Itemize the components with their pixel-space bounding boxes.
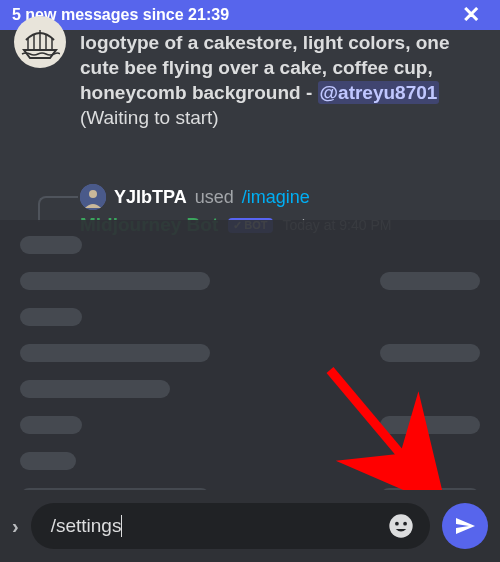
message-composer: › /settings xyxy=(0,490,500,562)
boat-icon xyxy=(20,22,60,62)
emoji-icon[interactable] xyxy=(386,511,416,541)
autocomplete-item[interactable] xyxy=(0,230,500,260)
status-text: (Waiting to start) xyxy=(80,107,486,129)
reply-connector xyxy=(38,196,78,222)
autocomplete-item[interactable] xyxy=(0,446,500,476)
message-body: logotype of a cakestore, light colors, o… xyxy=(80,30,486,105)
input-text: /settings xyxy=(51,515,122,536)
send-icon xyxy=(453,514,477,538)
expand-icon[interactable]: › xyxy=(12,515,19,538)
autocomplete-item[interactable] xyxy=(0,410,500,440)
avatar[interactable] xyxy=(14,16,66,68)
svg-point-4 xyxy=(395,522,399,526)
command-usage-line: YJIbTPA used /imagine xyxy=(80,184,486,210)
autocomplete-item[interactable] xyxy=(0,374,500,404)
new-messages-banner[interactable]: 5 new messages since 21:39 ✕ xyxy=(0,0,500,30)
autocomplete-panel[interactable] xyxy=(0,220,500,490)
autocomplete-item[interactable] xyxy=(0,302,500,332)
autocomplete-item[interactable] xyxy=(0,266,500,296)
verb-text: used xyxy=(195,187,234,208)
message-item: logotype of a cakestore, light colors, o… xyxy=(0,30,500,129)
message-list: logotype of a cakestore, light colors, o… xyxy=(0,30,500,562)
close-icon[interactable]: ✕ xyxy=(454,2,488,28)
svg-point-5 xyxy=(403,522,407,526)
message-input-wrap[interactable]: /settings xyxy=(31,503,430,549)
user-mention[interactable]: @atreyu8701 xyxy=(318,81,440,104)
svg-point-1 xyxy=(89,190,97,198)
username[interactable]: YJIbTPA xyxy=(114,187,187,208)
message-input[interactable]: /settings xyxy=(51,515,386,538)
autocomplete-item[interactable] xyxy=(0,482,500,490)
svg-point-3 xyxy=(389,514,412,537)
command-link[interactable]: /imagine xyxy=(242,187,310,208)
banner-text: 5 new messages since 21:39 xyxy=(12,6,454,24)
avatar[interactable] xyxy=(80,184,106,210)
autocomplete-item[interactable] xyxy=(0,338,500,368)
send-button[interactable] xyxy=(442,503,488,549)
